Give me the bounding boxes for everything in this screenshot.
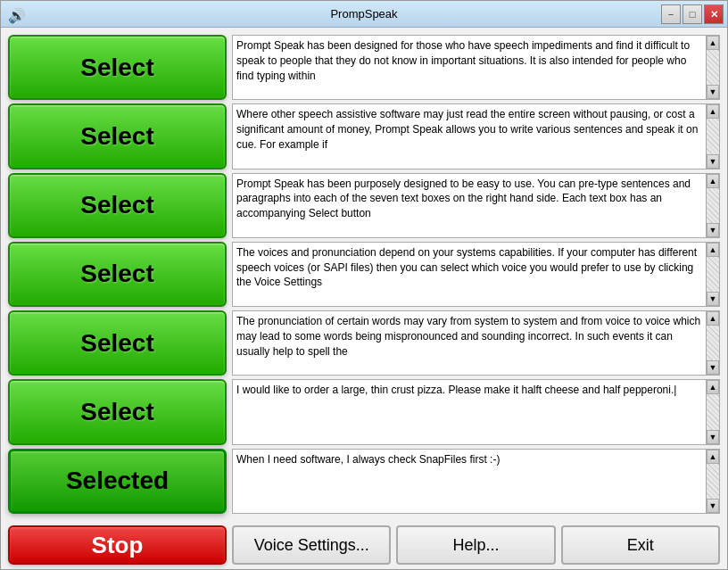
scroll-down-2[interactable]: ▼ (707, 154, 719, 169)
text-input-4[interactable] (232, 242, 720, 307)
scroll-up-4[interactable]: ▲ (707, 243, 719, 257)
scroll-track-4 (707, 257, 719, 292)
voice-settings-button[interactable]: Voice Settings... (232, 525, 391, 565)
select-button-6[interactable]: Select (8, 379, 227, 444)
scroll-up-3[interactable]: ▲ (707, 174, 719, 188)
text-input-3[interactable] (232, 173, 720, 238)
close-button[interactable]: ✕ (704, 4, 724, 24)
app-icon: 🔊 (8, 7, 22, 21)
scroll-up-6[interactable]: ▲ (707, 380, 719, 394)
main-content: Select ▲ ▼ Select ▲ ▼ (1, 28, 727, 521)
exit-button[interactable]: Exit (561, 525, 720, 565)
maximize-button[interactable]: □ (682, 4, 702, 24)
window-title: PrompSpeak (330, 7, 397, 21)
scrollbar-2: ▲ ▼ (706, 103, 720, 169)
scrollbar-6: ▲ ▼ (706, 379, 720, 444)
minimize-button[interactable]: − (661, 4, 681, 24)
text-area-wrapper-6: ▲ ▼ (232, 379, 720, 444)
row-6: Select ▲ ▼ (8, 379, 720, 444)
scroll-up-2[interactable]: ▲ (707, 104, 719, 119)
scroll-down-7[interactable]: ▼ (707, 499, 719, 513)
text-area-wrapper-1: ▲ ▼ (232, 35, 720, 100)
scroll-track-3 (707, 188, 719, 223)
text-input-6[interactable] (232, 379, 720, 444)
scrollbar-1: ▲ ▼ (706, 35, 720, 100)
row-2: Select ▲ ▼ (8, 103, 720, 169)
stop-button[interactable]: Stop (8, 525, 227, 565)
scroll-track-1 (707, 50, 719, 85)
text-area-wrapper-5: ▲ ▼ (232, 310, 720, 376)
select-button-4[interactable]: Select (8, 242, 227, 307)
selected-button-7[interactable]: Selected (8, 449, 227, 514)
scroll-up-1[interactable]: ▲ (707, 36, 719, 50)
row-5: Select ▲ ▼ (8, 310, 720, 376)
window-controls: − □ ✕ (661, 4, 724, 24)
select-button-3[interactable]: Select (8, 173, 227, 238)
scroll-track-5 (707, 326, 719, 360)
title-bar: 🔊 PrompSpeak − □ ✕ (1, 1, 727, 28)
scroll-up-7[interactable]: ▲ (707, 450, 719, 464)
scrollbar-3: ▲ ▼ (706, 173, 720, 238)
main-window: 🔊 PrompSpeak − □ ✕ Select ▲ ▼ Select (0, 0, 728, 570)
scroll-down-5[interactable]: ▼ (707, 360, 719, 375)
text-area-wrapper-3: ▲ ▼ (232, 173, 720, 238)
text-area-wrapper-7: ▲ ▼ (232, 449, 720, 514)
scrollbar-7: ▲ ▼ (706, 449, 720, 514)
scroll-track-7 (707, 464, 719, 499)
row-1: Select ▲ ▼ (8, 35, 720, 100)
text-input-2[interactable] (232, 103, 720, 169)
text-input-5[interactable] (232, 310, 720, 376)
row-3: Select ▲ ▼ (8, 173, 720, 238)
scroll-track-6 (707, 394, 719, 429)
select-button-5[interactable]: Select (8, 310, 227, 376)
row-4: Select ▲ ▼ (8, 242, 720, 307)
scroll-track-2 (707, 119, 719, 153)
scroll-down-3[interactable]: ▼ (707, 223, 719, 237)
bottom-bar: Stop Voice Settings... Help... Exit (1, 521, 727, 569)
text-input-7[interactable] (232, 449, 720, 514)
scroll-down-6[interactable]: ▼ (707, 430, 719, 444)
text-area-wrapper-2: ▲ ▼ (232, 103, 720, 169)
scroll-up-5[interactable]: ▲ (707, 311, 719, 326)
scroll-down-4[interactable]: ▼ (707, 292, 719, 306)
select-button-1[interactable]: Select (8, 35, 227, 100)
row-7: Selected ▲ ▼ (8, 449, 720, 514)
scroll-down-1[interactable]: ▼ (707, 85, 719, 99)
scrollbar-5: ▲ ▼ (706, 310, 720, 376)
text-input-1[interactable] (232, 35, 720, 100)
text-area-wrapper-4: ▲ ▼ (232, 242, 720, 307)
select-button-2[interactable]: Select (8, 103, 227, 169)
help-button[interactable]: Help... (396, 525, 555, 565)
scrollbar-4: ▲ ▼ (706, 242, 720, 307)
